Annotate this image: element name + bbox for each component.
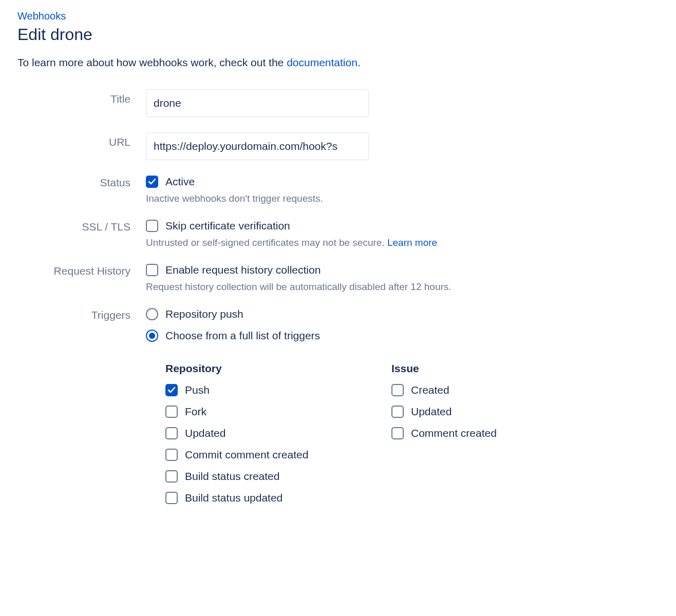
triggers-label: Triggers xyxy=(17,308,146,322)
status-label: Status xyxy=(17,176,146,190)
trigger-item-label: Comment created xyxy=(411,427,497,439)
ssl-skip-label: Skip certificate verification xyxy=(165,220,290,232)
trigger-item-label: Updated xyxy=(411,406,452,418)
trigger-checkbox[interactable] xyxy=(391,406,404,418)
ssl-label: SSL / TLS xyxy=(17,220,146,234)
trigger-checkbox[interactable] xyxy=(391,427,404,439)
breadcrumb-link[interactable]: Webhooks xyxy=(17,10,66,22)
trigger-item-label: Push xyxy=(185,384,210,396)
history-enable-checkbox[interactable] xyxy=(146,264,158,276)
check-icon xyxy=(167,386,176,394)
ssl-learn-more-link[interactable]: Learn more xyxy=(387,237,437,248)
intro-before: To learn more about how webhooks work, c… xyxy=(17,56,287,68)
trigger-checkbox[interactable] xyxy=(165,449,178,461)
trigger-repo-push-label: Repository push xyxy=(165,308,243,320)
trigger-group: RepositoryPushForkUpdatedCommit comment … xyxy=(165,362,361,513)
intro-text: To learn more about how webhooks work, c… xyxy=(17,56,659,69)
trigger-checkbox[interactable] xyxy=(165,427,178,439)
status-active-label: Active xyxy=(165,176,195,188)
title-input[interactable] xyxy=(146,89,369,117)
trigger-item: Build status created xyxy=(165,470,361,483)
trigger-item: Push xyxy=(165,384,361,396)
trigger-checkbox[interactable] xyxy=(165,492,178,504)
trigger-checkbox[interactable] xyxy=(165,470,178,483)
trigger-item: Build status updated xyxy=(165,492,361,504)
trigger-full-list-label: Choose from a full list of triggers xyxy=(165,330,320,342)
trigger-item-label: Build status updated xyxy=(185,492,283,504)
trigger-checkbox[interactable] xyxy=(165,406,178,418)
trigger-item: Created xyxy=(391,384,587,396)
intro-after: . xyxy=(358,56,361,68)
radio-dot-icon xyxy=(149,333,155,339)
title-label: Title xyxy=(17,89,146,109)
documentation-link[interactable]: documentation xyxy=(287,56,358,68)
check-icon xyxy=(148,178,156,186)
trigger-checkbox[interactable] xyxy=(391,384,404,396)
history-enable-label: Enable request history collection xyxy=(165,264,321,276)
ssl-help: Untrusted or self-signed certificates ma… xyxy=(146,237,608,248)
status-active-checkbox[interactable] xyxy=(146,176,158,188)
trigger-item-label: Commit comment created xyxy=(185,449,308,461)
trigger-item-label: Updated xyxy=(185,427,226,439)
trigger-item-label: Created xyxy=(411,384,449,396)
status-help: Inactive webhooks don't trigger requests… xyxy=(146,193,608,204)
trigger-repo-push-radio[interactable] xyxy=(146,308,158,320)
trigger-item-label: Build status created xyxy=(185,470,279,483)
url-label: URL xyxy=(17,132,146,152)
ssl-help-text: Untrusted or self-signed certificates ma… xyxy=(146,237,387,248)
trigger-group-header: Repository xyxy=(165,362,361,375)
trigger-checkbox[interactable] xyxy=(165,384,178,396)
trigger-item: Updated xyxy=(165,427,361,439)
page-title: Edit drone xyxy=(17,25,659,44)
trigger-item: Commit comment created xyxy=(165,449,361,461)
trigger-item: Fork xyxy=(165,406,361,418)
history-label: Request History xyxy=(17,264,146,278)
trigger-group-header: Issue xyxy=(391,362,587,375)
trigger-group: IssueCreatedUpdatedComment created xyxy=(391,362,587,513)
triggers-grid: RepositoryPushForkUpdatedCommit comment … xyxy=(146,362,608,513)
trigger-item-label: Fork xyxy=(185,406,206,418)
trigger-item: Updated xyxy=(391,406,587,418)
trigger-full-list-radio[interactable] xyxy=(146,330,158,342)
history-help: Request history collection will be autom… xyxy=(146,281,608,293)
trigger-item: Comment created xyxy=(391,427,587,439)
ssl-skip-checkbox[interactable] xyxy=(146,220,158,232)
url-input[interactable] xyxy=(146,132,369,160)
